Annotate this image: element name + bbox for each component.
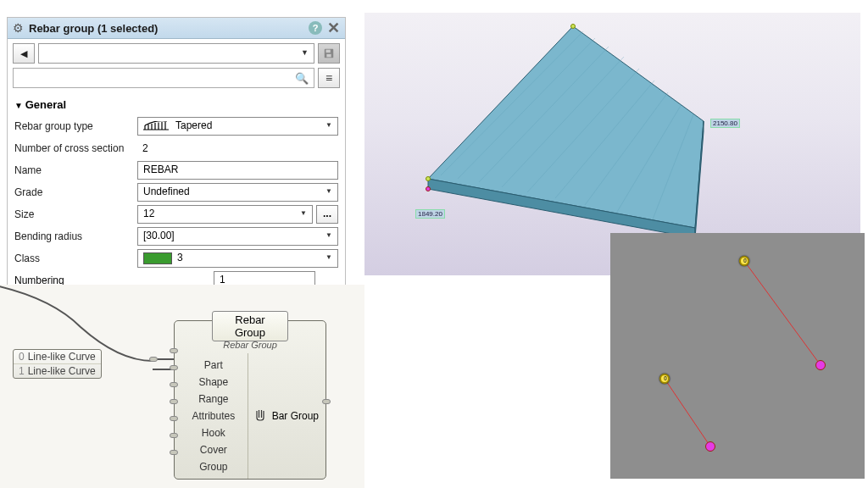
back-button[interactable]: ◀ <box>13 43 35 64</box>
dropdown-bend[interactable]: [30.00] <box>137 227 338 246</box>
gh-curve-param[interactable]: 0Line-like Curve 1Line-like Curve <box>13 349 102 379</box>
svg-point-23 <box>426 177 431 181</box>
comp-outputs: Bar Group <box>248 353 326 479</box>
dropdown-class[interactable]: 3 <box>137 249 338 268</box>
menu-button[interactable]: ≡ <box>318 68 340 88</box>
nv-start-2[interactable] <box>739 256 749 266</box>
panel-search-row: 🔍 ≡ <box>8 68 345 92</box>
value-cross: 2 <box>137 142 148 154</box>
row-cross: Number of cross section 2 <box>14 138 338 158</box>
input-part[interactable]: Part <box>185 357 242 374</box>
comp-inputs: Part Shape Range Attributes Hook Cover G… <box>175 353 248 479</box>
row-class: Class 3 <box>14 248 338 269</box>
comp-title: Rebar Group <box>212 311 288 341</box>
label-cross: Number of cross section <box>14 142 137 154</box>
param-line-0: 0Line-like Curve <box>14 350 101 364</box>
input-name[interactable]: REBAR <box>137 161 338 180</box>
slab-geometry <box>426 25 704 241</box>
grip-cover[interactable] <box>170 433 178 438</box>
grip-output[interactable] <box>322 399 331 404</box>
properties-panel: ⚙ Rebar group (1 selected) ? ✕ ◀ 🔍 ≡ Gen… <box>7 17 346 300</box>
label-name: Name <box>14 164 137 176</box>
dropdown-size[interactable]: 12 <box>137 205 313 224</box>
output-label[interactable]: Bar Group <box>272 410 319 422</box>
svg-point-24 <box>426 187 431 191</box>
svg-rect-2 <box>326 54 331 58</box>
grip-shape[interactable] <box>170 365 178 370</box>
grip-hook[interactable] <box>170 416 178 421</box>
section-general[interactable]: General <box>14 98 338 111</box>
row-grade: Grade Undefined <box>14 182 338 202</box>
panel-toolbar: ◀ <box>8 39 345 68</box>
size-browse-button[interactable]: ... <box>316 205 338 224</box>
search-input[interactable]: 🔍 <box>13 68 314 88</box>
label-bend: Bending radius <box>14 230 137 242</box>
label-size: Size <box>14 208 137 220</box>
help-button[interactable]: ? <box>309 21 322 35</box>
bar-group-icon <box>253 408 269 424</box>
gear-icon: ⚙ <box>13 21 24 35</box>
row-type: Rebar group type Tapered <box>14 116 338 136</box>
panel-title: Rebar group (1 selected) <box>29 22 309 35</box>
label-type: Rebar group type <box>14 120 137 132</box>
grip-group[interactable] <box>170 450 178 455</box>
input-shape[interactable]: Shape <box>185 374 242 391</box>
save-icon <box>323 47 335 59</box>
nv-line-2 <box>744 261 821 365</box>
dropdown-class-value: 3 <box>177 252 183 263</box>
grip-attributes[interactable] <box>170 399 178 404</box>
nv-end-1[interactable] <box>705 441 715 452</box>
panel-body: General Rebar group type Tapered Number … <box>8 92 345 299</box>
preset-dropdown[interactable] <box>38 43 314 64</box>
row-name: Name REBAR <box>14 160 338 180</box>
input-attributes[interactable]: Attributes <box>185 408 242 424</box>
label-grade: Grade <box>14 186 137 198</box>
dropdown-type-value: Tapered <box>175 119 212 131</box>
param-line-1: 1Line-like Curve <box>14 364 101 378</box>
gh-rebar-component[interactable]: Rebar Group Rebar Group Part Shape Range… <box>174 320 326 480</box>
dimension-label-2: 1849.20 <box>415 209 445 219</box>
search-icon: 🔍 <box>295 72 309 85</box>
input-range[interactable]: Range <box>185 391 242 408</box>
save-button[interactable] <box>318 43 340 64</box>
param-output-grip[interactable] <box>149 357 158 362</box>
grip-range[interactable] <box>170 382 178 387</box>
tapered-icon <box>143 119 170 131</box>
panel-header: ⚙ Rebar group (1 selected) ? ✕ <box>8 18 345 39</box>
node-viewport[interactable] <box>610 233 865 479</box>
grip-part[interactable] <box>170 348 178 353</box>
dropdown-type[interactable]: Tapered <box>137 117 338 136</box>
svg-point-22 <box>571 25 576 29</box>
row-bend: Bending radius [30.00] <box>14 226 338 247</box>
label-class: Class <box>14 252 137 264</box>
input-group[interactable]: Group <box>185 458 242 475</box>
dropdown-grade[interactable]: Undefined <box>137 183 338 202</box>
dimension-label-1: 2150.80 <box>710 119 740 128</box>
class-color-swatch <box>143 252 172 264</box>
svg-marker-10 <box>428 26 704 228</box>
nv-start-1[interactable] <box>659 374 670 384</box>
nv-end-2[interactable] <box>815 360 826 370</box>
input-cover[interactable]: Cover <box>185 441 242 458</box>
nv-line-1 <box>665 379 710 446</box>
input-hook[interactable]: Hook <box>185 424 242 441</box>
svg-rect-1 <box>326 50 331 53</box>
close-button[interactable]: ✕ <box>327 22 340 34</box>
row-size: Size 12 ... <box>14 204 338 225</box>
grasshopper-canvas[interactable]: 0Line-like Curve 1Line-like Curve Rebar … <box>0 285 364 488</box>
